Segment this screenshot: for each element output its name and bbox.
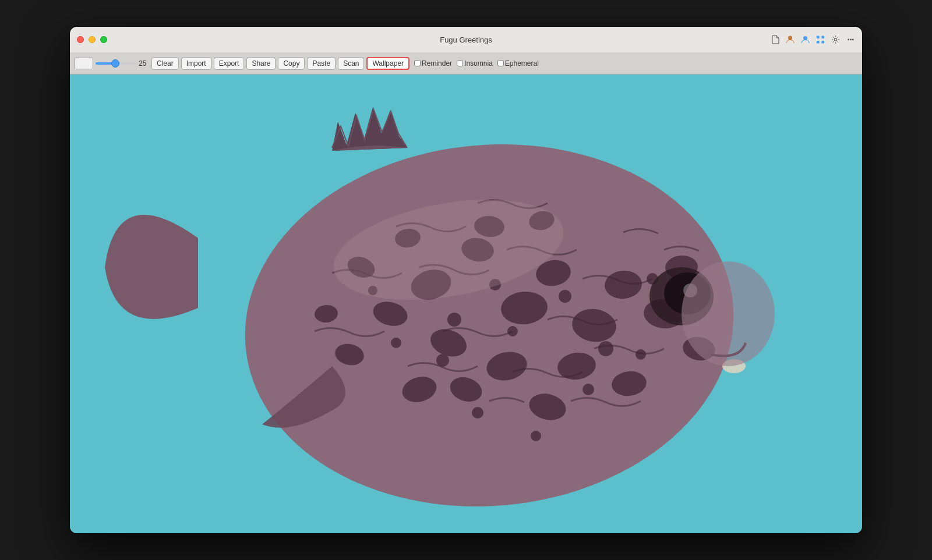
svg-point-38 (598, 341, 613, 356)
content-area[interactable] (70, 75, 862, 533)
reminder-checkbox[interactable] (414, 60, 421, 66)
document-icon[interactable] (770, 35, 779, 44)
svg-point-6 (834, 38, 837, 41)
menu-icon[interactable] (846, 35, 855, 44)
svg-point-48 (531, 431, 541, 441)
clear-button[interactable]: Clear (151, 57, 179, 70)
svg-point-9 (852, 39, 853, 41)
insomnia-label: Insomnia (464, 59, 493, 68)
svg-point-43 (582, 384, 594, 395)
traffic-lights (77, 36, 107, 43)
ephemeral-label: Ephemeral (505, 59, 539, 68)
minimize-button[interactable] (89, 36, 96, 43)
reminder-checkbox-item[interactable]: Reminder (414, 59, 452, 68)
share-button[interactable]: Share (246, 57, 276, 70)
svg-point-37 (559, 290, 571, 303)
wallpaper-button[interactable]: Wallpaper (366, 57, 409, 70)
color-swatch[interactable] (75, 58, 93, 69)
slider-container: 25 (96, 59, 149, 68)
toolbar: 25 Clear Import Export Share Copy Paste … (70, 52, 862, 75)
svg-point-35 (447, 313, 461, 327)
svg-point-8 (850, 39, 852, 41)
reminder-label: Reminder (422, 59, 452, 68)
insomnia-checkbox[interactable] (457, 60, 463, 66)
svg-point-0 (788, 36, 792, 40)
gear-icon[interactable] (831, 35, 840, 44)
svg-point-41 (391, 338, 401, 348)
insomnia-checkbox-item[interactable]: Insomnia (457, 59, 493, 68)
scan-button[interactable]: Scan (338, 57, 364, 70)
paste-button[interactable]: Paste (307, 57, 336, 70)
fish-canvas (70, 75, 862, 533)
svg-rect-3 (821, 36, 824, 38)
puzzle-icon[interactable] (816, 35, 825, 44)
copy-button[interactable]: Copy (278, 57, 305, 70)
svg-rect-5 (821, 41, 824, 44)
close-button[interactable] (77, 36, 84, 43)
svg-point-53 (682, 261, 775, 366)
ephemeral-checkbox[interactable] (497, 60, 504, 66)
maximize-button[interactable] (100, 36, 107, 43)
titlebar: Fugu Greetings (70, 27, 862, 52)
export-button[interactable]: Export (214, 57, 245, 70)
slider-value: 25 (139, 59, 149, 68)
checkbox-group: Reminder Insomnia Ephemeral (414, 59, 539, 68)
app-window: Fugu Greetings (70, 27, 862, 533)
fish-illustration (70, 75, 862, 533)
svg-rect-4 (816, 41, 819, 44)
import-button[interactable]: Import (181, 57, 211, 70)
svg-point-47 (472, 407, 483, 419)
svg-point-7 (848, 39, 849, 41)
avatar-icon[interactable] (800, 35, 810, 44)
svg-rect-2 (816, 36, 819, 38)
window-title: Fugu Greetings (440, 36, 492, 44)
brush-size-slider[interactable] (96, 62, 136, 65)
window-controls-right (770, 35, 855, 44)
ephemeral-checkbox-item[interactable]: Ephemeral (497, 59, 539, 68)
user-icon[interactable] (785, 35, 795, 44)
